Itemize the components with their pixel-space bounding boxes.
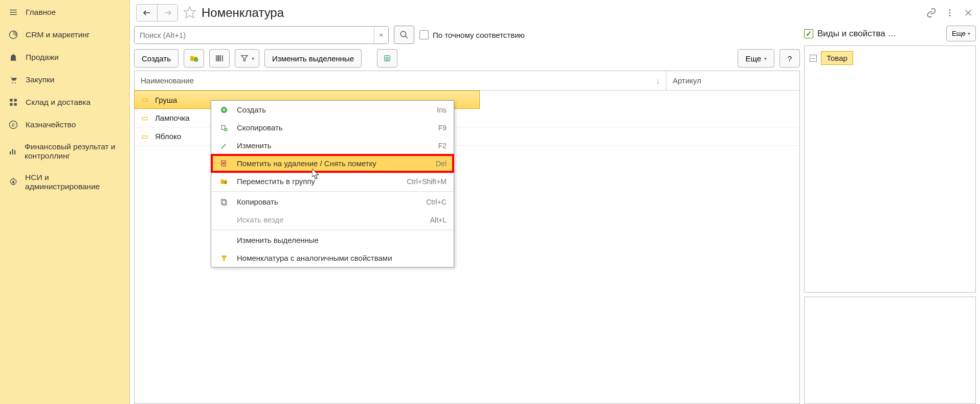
close-icon[interactable] [963,7,974,18]
sort-down-icon: ↓ [656,76,660,85]
sidebar-item-purchases[interactable]: Закупки [0,69,129,91]
nav-buttons [136,4,178,21]
cm-create[interactable]: Создать Ins [211,101,454,119]
svg-rect-9 [14,103,17,106]
favorite-star-icon[interactable] [183,6,196,20]
sidebar: Главное CRM и маркетинг Продажи Закупки … [0,0,130,404]
cm-search-everywhere[interactable]: Искать везде Alt+L [211,211,454,229]
gear-icon [8,177,18,187]
right-pane: ✓ Виды и свойства … Еще▾ − Товар [804,26,976,404]
move-icon [218,177,230,186]
sidebar-item-label: НСИ и администрирование [25,173,121,191]
types-tree: − Товар [804,46,976,293]
sidebar-item-warehouse[interactable]: Склад и доставка [0,91,129,114]
th-name-label: Наименование [141,76,194,85]
svg-rect-7 [14,99,17,101]
create-folder-button[interactable]: + [184,49,204,68]
cm-move-group[interactable]: Переместить в группу Ctrl+Shift+M [211,172,454,190]
search-wrap: × [134,26,389,44]
cm-copy[interactable]: Копировать Ctrl+C [211,193,454,211]
th-name[interactable]: Наименование ↓ [135,71,666,90]
svg-rect-13 [12,149,13,155]
cm-edit-selected[interactable]: Изменить выделенные [211,231,454,249]
cm-shortcut: Alt+L [430,216,447,224]
tree-item-label: Товар [821,51,853,65]
chart-pie-icon [8,30,18,40]
tree-collapse-icon[interactable]: − [810,55,817,62]
cm-edit[interactable]: Изменить F2 [211,137,454,154]
cm-label: Скопировать [237,123,283,132]
svg-marker-50 [221,255,227,261]
th-art-label: Артикул [673,76,701,85]
cm-shortcut: Ins [437,106,447,114]
cm-separator [211,191,454,192]
cm-shortcut: Ctrl+C [426,198,447,206]
kebab-icon[interactable] [944,7,955,18]
svg-point-15 [12,181,14,184]
nav-back-button[interactable] [137,5,157,21]
sidebar-item-crm[interactable]: CRM и маркетинг [0,24,129,46]
nav-forward-button[interactable] [157,5,177,21]
barcode-button[interactable] [209,49,230,68]
list-view-button[interactable] [377,49,397,68]
svg-rect-12 [10,151,11,154]
edit-selected-button[interactable]: Изменить выделенные [264,49,362,68]
chart-bar-icon [8,146,17,156]
sidebar-item-label: Склад и доставка [26,98,91,107]
svg-rect-8 [10,103,12,106]
sidebar-item-label: Главное [26,8,56,17]
sidebar-item-treasury[interactable]: ₽ Казначейство [0,114,129,136]
copy-plus-icon [218,124,230,132]
bag-icon [8,52,18,62]
cm-mark-delete[interactable]: Пометить на удаление / Снять пометку Del [211,154,454,173]
create-button[interactable]: Создать [134,49,179,68]
more-button[interactable]: Еще▾ [738,49,774,68]
sidebar-item-finance[interactable]: Финансовый результат и контроллинг [0,136,129,167]
search-row: × По точному соответствию [134,26,800,44]
exact-match-label: По точному соответствию [433,31,525,39]
row-label: Груша [155,96,177,104]
svg-point-4 [12,82,13,83]
svg-point-19 [949,9,951,11]
cm-duplicate[interactable]: Скопировать F9 [211,119,454,137]
svg-rect-6 [10,99,12,101]
row-label: Лампочка [155,114,190,122]
sidebar-item-label: Закупки [26,75,55,84]
sidebar-item-admin[interactable]: НСИ и администрирование [0,167,129,197]
types-checkbox[interactable]: ✓ [804,29,813,38]
right-header: ✓ Виды и свойства … Еще▾ [804,26,976,41]
exact-match-checkbox[interactable] [419,30,429,39]
tree-item[interactable]: − Товар [810,51,970,65]
svg-marker-33 [241,56,248,61]
sidebar-item-main[interactable]: Главное [0,1,129,24]
cm-label: Пометить на удаление / Снять пометку [237,159,376,168]
properties-panel [804,297,976,404]
filter-button[interactable]: ▾ [235,49,259,68]
filter-props-icon [218,254,230,262]
header: Номенклатура [130,0,980,26]
sidebar-item-sales[interactable]: Продажи [0,46,129,69]
folder-collapsed-icon: ▭ [140,132,150,141]
table-head: Наименование ↓ Артикул [135,71,799,91]
search-button[interactable] [394,26,414,44]
link-icon[interactable] [926,7,937,18]
toolbar: Создать + ▾ Изменить выделенные Еще▾ ? [134,49,800,68]
cm-label: Изменить [237,141,272,150]
cm-shortcut: F9 [438,124,447,132]
clear-search-button[interactable]: × [374,27,388,43]
cm-shortcut: Ctrl+Shift+M [407,177,447,186]
copy-icon [218,198,230,206]
search-input[interactable] [135,27,374,43]
cm-similar-props[interactable]: Номенклатура с аналогичными свойствами [211,249,454,267]
ruble-icon: ₽ [8,120,18,130]
th-article[interactable]: Артикул [666,71,799,90]
right-more-button[interactable]: Еще▾ [946,26,976,41]
exact-match-checkbox-wrap[interactable]: По точному соответствию [419,30,525,39]
cm-label: Искать везде [237,215,284,224]
cm-shortcut: Del [436,160,447,168]
plus-icon [218,106,230,114]
cm-label: Переместить в группу [237,177,315,186]
grid-icon [8,97,18,107]
sidebar-item-label: CRM и маркетинг [26,30,90,39]
help-button[interactable]: ? [779,49,800,68]
